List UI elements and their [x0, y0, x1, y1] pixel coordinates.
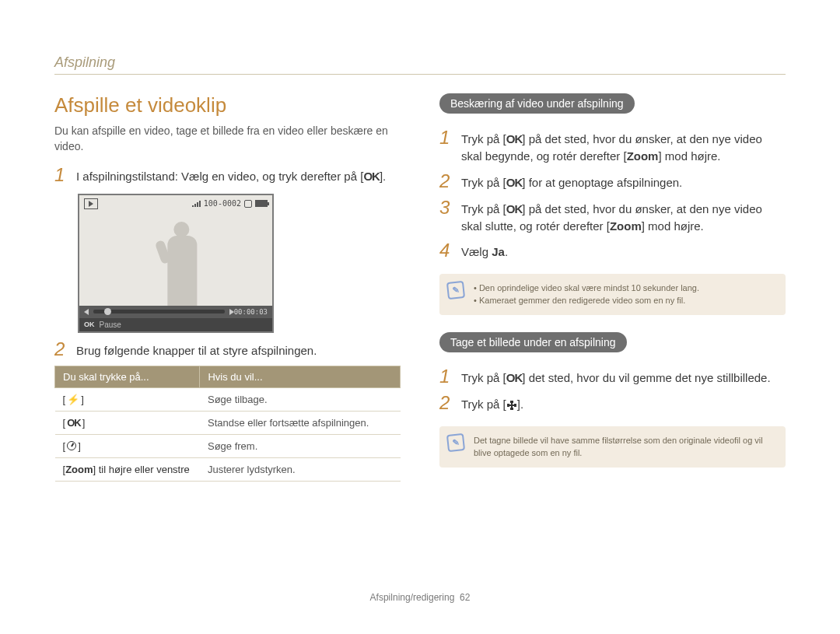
- breadcrumb: Afspilning: [54, 54, 786, 75]
- section-heading-capture: Tage et billede under en afspilning: [439, 332, 627, 352]
- step2-text: Brug følgende knapper til at styre afspi…: [76, 339, 317, 359]
- right-column: Beskæring af video under afspilning 1 Tr…: [439, 93, 786, 485]
- intro-text: Du kan afspille en video, tage et billed…: [54, 124, 401, 154]
- step1-text-b: ].: [380, 170, 386, 183]
- table-header-1: Du skal trykke på...: [55, 366, 200, 387]
- step-number: 3: [439, 198, 453, 218]
- note-text: Det tagne billede vil have samme filstør…: [474, 436, 763, 458]
- video-preview: 100-0002 00:00:03 OK Pause: [78, 194, 274, 333]
- step-number: 1: [439, 128, 453, 148]
- note-box-1: ✎ Den oprindelige video skal være mindst…: [439, 274, 786, 315]
- signal-icon: [192, 200, 201, 207]
- video-time: 00:00:03: [234, 308, 268, 316]
- step-number: 1: [439, 366, 453, 387]
- zoom-key: Zoom: [610, 219, 642, 233]
- step-number: 2: [439, 171, 453, 191]
- page-footer: Afspilning/redigering 62: [0, 592, 840, 603]
- ok-key-icon: OK: [506, 371, 523, 384]
- section-heading-trim: Beskæring af video under afspilning: [439, 93, 635, 114]
- ja-label: Ja: [492, 245, 505, 258]
- step-number: 2: [439, 393, 453, 413]
- play-mode-icon: [84, 198, 98, 209]
- file-counter: 100-0002: [204, 199, 241, 208]
- memory-icon: [244, 200, 252, 208]
- step-number: 4: [439, 240, 453, 261]
- zoom-key: Zoom: [627, 149, 659, 163]
- trim-step-4: 4 Vælg Ja.: [439, 240, 786, 261]
- footer-page: 62: [460, 592, 470, 603]
- ok-key-icon: OK: [506, 132, 523, 145]
- table-action: Søge tilbage.: [200, 387, 401, 411]
- ok-key-icon: OK: [506, 176, 523, 189]
- note-line: Kameraet gemmer den redigerede video som…: [474, 294, 775, 307]
- table-row: [] Søge frem.: [55, 434, 401, 457]
- flash-icon: ⚡: [67, 394, 79, 405]
- left-column: Afspille et videoklip Du kan afspille en…: [54, 93, 401, 485]
- note-icon: ✎: [446, 433, 465, 451]
- page-title: Afspille et videoklip: [54, 93, 401, 117]
- trim-step-3: 3 Tryk på [OK] på det sted, hvor du ønsk…: [439, 198, 786, 235]
- trim-step-1: 1 Tryk på [OK] på det sted, hvor du ønsk…: [439, 128, 786, 165]
- flower-key-icon: [506, 400, 517, 411]
- footer-text: Afspilning/redigering: [370, 592, 455, 603]
- step-number: 2: [54, 339, 68, 359]
- table-row: [Zoom] til højre eller venstre Justerer …: [55, 457, 401, 481]
- note-box-2: ✎ Det tagne billede vil have samme filst…: [439, 426, 786, 468]
- table-action: Justerer lydstyrken.: [200, 457, 401, 481]
- pause-label: Pause: [100, 321, 121, 329]
- table-header-2: Hvis du vil...: [200, 366, 401, 387]
- ok-key-icon: OK: [506, 202, 523, 215]
- ok-label-small: OK: [84, 321, 95, 328]
- controls-table: Du skal trykke på... Hvis du vil... [⚡] …: [54, 366, 401, 482]
- table-action: Standse eller fortsætte afspilningen.: [200, 411, 401, 434]
- capture-step-1: 1 Tryk på [OK] det sted, hvor du vil gem…: [439, 366, 786, 387]
- trim-step-2: 2 Tryk på [OK] for at genoptage afspilni…: [439, 171, 786, 191]
- note-icon: ✎: [446, 281, 465, 299]
- step1-text-a: I afspilningstilstand: Vælg en video, og…: [76, 170, 363, 183]
- progress-bar: [93, 310, 225, 313]
- capture-step-2: 2 Tryk på [].: [439, 393, 786, 413]
- left-step-2: 2 Brug følgende knapper til at styre afs…: [54, 339, 401, 359]
- table-row: [OK] Standse eller fortsætte afspilninge…: [55, 411, 401, 434]
- zoom-key: Zoom: [65, 464, 93, 475]
- rewind-icon: [84, 309, 89, 315]
- step-number: 1: [54, 165, 68, 185]
- timer-icon: [67, 441, 76, 450]
- table-row: [⚡] Søge tilbage.: [55, 387, 401, 411]
- note-line: Den oprindelige video skal være mindst 1…: [474, 282, 775, 295]
- video-silhouette: [167, 236, 197, 306]
- table-action: Søge frem.: [200, 434, 401, 457]
- battery-icon: [255, 200, 268, 207]
- ok-key-icon: OK: [363, 170, 380, 183]
- ok-key-icon: OK: [67, 417, 81, 429]
- left-step-1: 1 I afspilningstilstand: Vælg en video, …: [54, 165, 401, 185]
